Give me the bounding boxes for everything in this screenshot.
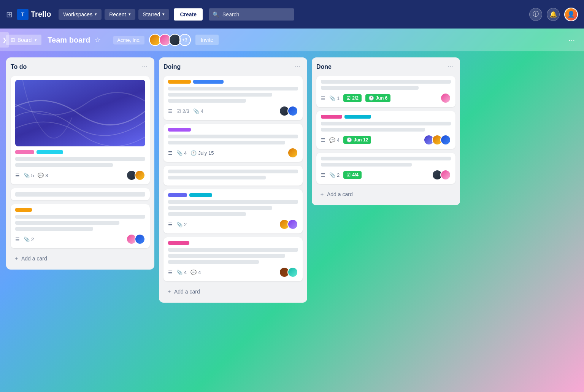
board-title: Team board [48, 36, 90, 44]
label-d4-cyan [189, 193, 212, 197]
label-d5-pink [168, 241, 189, 245]
board-more-button[interactable]: ··· [565, 34, 578, 46]
card-d5-comments: 💬 4 [190, 270, 201, 275]
board-area: To do ··· [0, 51, 584, 392]
card-dn1-text-1 [321, 80, 451, 84]
card-done-1[interactable]: ☰ 📎 1 ☑ 2/2 🕐 Jun 6 [316, 76, 455, 107]
invite-button[interactable]: Invite [195, 35, 219, 45]
card-d1-text-3 [168, 99, 246, 103]
workspaces-chevron: ▾ [95, 12, 97, 17]
card-dn3-text-1 [321, 157, 451, 160]
card-doing-5[interactable]: ☰ 📎 4 💬 4 [163, 237, 303, 281]
card-d1-checklist: ☑ 2/3 [176, 108, 189, 114]
card-doing-3[interactable] [163, 166, 303, 186]
card-dn2-text-1 [321, 122, 451, 125]
column-todo-title: To do [11, 63, 27, 70]
column-done-title: Done [316, 63, 332, 70]
trello-logo[interactable]: T Trello [17, 9, 51, 20]
card-dn1-avatars [440, 93, 451, 103]
card-doing-2[interactable]: ☰ 📎 4 🕐 July 15 [163, 124, 303, 162]
view-chevron: ▾ [35, 38, 37, 43]
divider-1 [107, 34, 107, 46]
card-d5-footer: ☰ 📎 4 💬 4 [168, 267, 298, 278]
card-d2-footer: ☰ 📎 4 🕐 July 15 [168, 148, 298, 158]
search-wrapper: 🔍 [209, 8, 294, 21]
trello-wordmark: Trello [31, 10, 51, 19]
add-card-todo[interactable]: ＋ Add a card [11, 252, 150, 265]
column-done-menu[interactable]: ··· [445, 62, 455, 71]
trello-logo-icon: T [17, 9, 29, 20]
card-d4-desc-icon: ☰ [168, 222, 173, 227]
card-d1-text-1 [168, 87, 298, 90]
card-dn2-avatars [424, 135, 451, 145]
add-card-doing[interactable]: ＋ Add a card [163, 285, 303, 298]
card-3-labels [15, 208, 145, 212]
card-todo-1[interactable]: ☰ 📎 5 💬 3 [11, 76, 150, 184]
label-dn2-teal [344, 115, 371, 119]
card-dn2-comments: 💬 4 [329, 137, 340, 143]
card-placeholder-line [15, 192, 145, 197]
board-view-toggle[interactable]: ⊞ Board ▾ [6, 35, 41, 45]
card-dn3-text-2 [321, 163, 412, 167]
search-icon: 🔍 [213, 11, 219, 17]
add-card-done[interactable]: ＋ Add a card [316, 188, 455, 201]
column-doing-menu[interactable]: ··· [292, 62, 303, 71]
card-d4-avatars [279, 219, 298, 230]
workspace-badge[interactable]: Acme, Inc. [113, 36, 144, 44]
card-doing-1[interactable]: ☰ ☑ 2/3 📎 4 [163, 76, 303, 120]
card-3-text-1 [15, 215, 145, 219]
card-dn3-checklist-badge: ☑ 4/4 [343, 171, 362, 179]
create-button[interactable]: Create [174, 8, 203, 21]
card-d4-text-3 [168, 212, 246, 216]
card-d2-text-2 [168, 141, 285, 144]
label-d4-blue [168, 193, 187, 197]
member-count-badge[interactable]: +3 [179, 34, 191, 46]
card-1-avatars [126, 170, 145, 181]
card-d4-labels [168, 193, 298, 197]
grid-icon[interactable]: ⊞ [6, 10, 13, 19]
card-d4-text-1 [168, 200, 298, 204]
add-card-doing-plus-icon: ＋ [167, 288, 172, 295]
notifications-button[interactable]: 🔔 [547, 8, 560, 21]
card-1-footer: ☰ 📎 5 💬 3 [15, 170, 145, 181]
info-button[interactable]: ⓘ [529, 8, 542, 21]
sidebar-toggle[interactable]: ❯ [0, 32, 9, 48]
star-button[interactable]: ☆ [95, 36, 101, 44]
card-dn2-text-2 [321, 128, 425, 132]
label-yellow [15, 208, 32, 212]
card-dn2-due-badge: 🕐 Jun 12 [343, 136, 371, 144]
card-cover-1 [15, 80, 145, 146]
card-done-3[interactable]: ☰ 📎 2 ☑ 4/4 [316, 153, 455, 184]
card-d1-desc-icon: ☰ [168, 108, 173, 114]
card-d1-avatar-2 [287, 106, 298, 116]
member-avatars: +3 [149, 34, 191, 46]
recent-menu[interactable]: Recent ▾ [105, 9, 135, 20]
card-doing-4[interactable]: ☰ 📎 2 [163, 189, 303, 233]
user-avatar[interactable]: 👤 [564, 8, 578, 21]
recent-chevron: ▾ [129, 12, 131, 17]
column-todo-menu[interactable]: ··· [140, 62, 150, 71]
label-d1-yellow [168, 80, 191, 84]
card-d4-attachments: 📎 2 [176, 222, 187, 227]
column-done-header: Done ··· [316, 62, 455, 71]
card-3-footer: ☰ 📎 2 [15, 234, 145, 244]
card-1-comments: 💬 3 [38, 173, 48, 178]
card-d5-text-2 [168, 254, 285, 258]
card-1-desc-icon: ☰ [15, 173, 20, 178]
card-3-attachments: 📎 2 [24, 236, 34, 242]
column-todo: To do ··· [6, 57, 154, 270]
label-d1-blue [193, 80, 224, 84]
search-input[interactable] [209, 8, 294, 21]
nav-right: ⓘ 🔔 👤 [529, 8, 578, 21]
cover-decoration [15, 80, 145, 146]
card-todo-2-placeholder[interactable] [11, 188, 150, 200]
card-1-text-2 [15, 163, 113, 167]
card-d1-labels [168, 80, 298, 84]
card-done-2[interactable]: ☰ 💬 4 🕐 Jun 12 [316, 111, 455, 149]
starred-menu[interactable]: Starred ▾ [138, 9, 170, 20]
card-d5-desc-icon: ☰ [168, 270, 173, 275]
board-header: ❯ ⊞ Board ▾ Team board ☆ Acme, Inc. +3 I… [0, 29, 584, 51]
workspaces-menu[interactable]: Workspaces ▾ [59, 9, 102, 20]
card-todo-3[interactable]: ☰ 📎 2 [11, 204, 150, 248]
card-d2-due-date: 🕐 July 15 [190, 150, 214, 156]
